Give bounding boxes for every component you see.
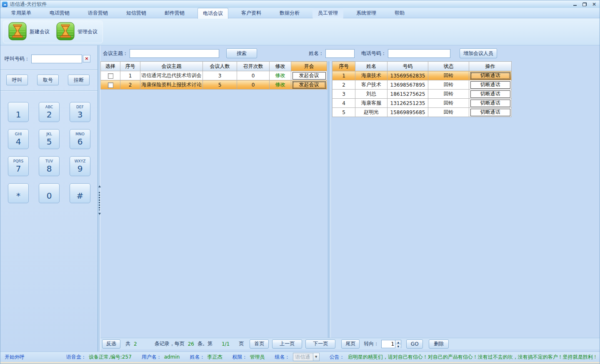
call-number-input[interactable] [31,55,82,63]
prev-page-button[interactable]: 上一页 [272,339,302,349]
username-value: admin [164,354,180,360]
member-name: 海康客服 [355,99,388,108]
meetings-table: 选择 序号 会议主题 会议人数 召开次数 修改 开会 1 语信通河北总代技术培训… [100,61,327,90]
menu-phone-marketing[interactable]: 电话营销 [44,8,75,18]
meeting-row-selected[interactable]: 2 海康保险资料上报技术讨论 5 0 修改 发起会议 [101,80,327,90]
close-button[interactable]: × [591,2,597,7]
modify-link[interactable]: 修改 [275,72,285,78]
member-row-selected[interactable]: 1 海康技术 13569562835 回铃 切断通话 [332,71,512,80]
menu-phone-conference[interactable]: 电话会议 [198,8,228,19]
spinner-up-icon[interactable]: ▲ [395,340,401,344]
member-phone: 18615275625 [388,90,428,99]
row-checkbox[interactable] [108,73,113,79]
per-page-count: 26 [188,341,194,347]
member-name: 海康技术 [355,71,388,80]
hangup-button[interactable]: 挂断 [68,75,90,85]
meeting-hourglass-icon [8,22,27,42]
clear-number-button[interactable]: × [83,55,90,62]
cut-call-button[interactable]: 切断通话 [470,109,510,116]
records-tail: 条。第 [198,340,212,347]
go-button[interactable]: GO [406,339,423,349]
modify-link[interactable]: 修改 [275,82,285,87]
start-meeting-button[interactable]: 发起会议 [292,72,326,80]
last-page-button[interactable]: 尾页 [341,339,360,349]
key-digit: 6 [78,137,83,146]
cut-call-button[interactable]: 切断通话 [470,72,510,80]
dial-keypad: 1 ABC2 DEF3 GHI4 JKL5 MNO6 PQRS7 TUV8 WX… [8,102,98,203]
realname-value: 李正杰 [207,354,222,361]
start-meeting-button[interactable]: 发起会议 [292,81,326,89]
page-label: 页 [239,340,244,347]
keypad-key-9[interactable]: WXYZ9 [70,156,90,176]
meeting-times: 0 [237,80,270,90]
row-checkbox[interactable] [108,82,113,88]
keypad-key-4[interactable]: GHI4 [8,129,29,149]
notice-text: 启明星的精英们，请对自己有信心！对自己的产品有信心！没有过不去的坎，没有搞不定的… [348,354,595,361]
member-name-input[interactable] [325,49,355,58]
add-member-button[interactable]: 增加会议人员 [460,48,497,58]
member-row[interactable]: 3 刘总 18615275625 回铃 切断通话 [332,90,512,99]
invert-select-button[interactable]: 反选 [102,339,120,349]
subject-input[interactable] [130,49,219,58]
role-value: 管理员 [250,354,265,361]
voicebox-label: 语音盒： [66,354,86,361]
group-value: 语信通 [293,353,312,361]
menu-employee-mgmt[interactable]: 员工管理 [312,8,343,18]
next-page-button[interactable]: 下一页 [305,339,335,349]
col-times: 召开次数 [237,62,270,71]
cut-call-button[interactable]: 切断通话 [470,81,510,89]
keypad-key-7[interactable]: PQRS7 [8,156,29,176]
keypad-key-hash[interactable]: # [70,183,90,203]
cut-call-button[interactable]: 切断通话 [470,100,510,107]
meeting-row[interactable]: 1 语信通河北总代技术培训会 3 0 修改 发起会议 [101,71,327,80]
first-page-button[interactable]: 首页 [250,339,269,349]
menu-common-menu[interactable]: 常用菜单 [6,8,37,18]
splitter-handle-icon [99,192,100,210]
call-button[interactable]: 呼叫 [6,75,28,85]
menu-voice-marketing[interactable]: 语音营销 [82,8,113,18]
restore-button[interactable] [582,2,588,7]
member-phone-input[interactable] [388,49,450,58]
member-row[interactable]: 5 赵明光 15869895685 回铃 切断通话 [332,108,512,117]
toolbar-group: 新建会议 管理会议 [3,20,103,43]
keypad-key-star[interactable]: * [8,183,29,203]
menu-email-marketing[interactable]: 邮件营销 [159,8,190,18]
keypad-key-5[interactable]: JKL5 [39,129,60,149]
menu-customer-data[interactable]: 客户资料 [236,8,267,18]
menu-system-mgmt[interactable]: 系统管理 [351,8,382,18]
panel-divider [328,61,331,338]
app-window: ☁ 语信通-天行软件 × 常用菜单 电话营销 语音营销 短信营销 邮件营销 电话… [0,0,600,364]
menu-help[interactable]: 帮助 [389,8,410,18]
member-phone: 15869895685 [388,108,428,117]
spinner-down-icon[interactable]: ▼ [395,344,401,348]
pickup-number-button[interactable]: 取号 [37,75,59,85]
window-title: 语信通-天行软件 [10,1,47,8]
meetings-header-row: 选择 序号 会议主题 会议人数 召开次数 修改 开会 [101,62,327,71]
keypad-key-6[interactable]: MNO6 [70,129,90,149]
new-meeting-button[interactable]: 新建会议 [8,22,50,42]
chevron-down-icon[interactable]: ▼ [313,353,319,361]
menu-sms-marketing[interactable]: 短信营销 [121,8,152,18]
member-status: 回铃 [428,108,469,117]
keypad-key-0[interactable]: 0 [39,183,60,203]
panel-splitter[interactable] [98,45,100,352]
member-row[interactable]: 2 客户技术 13698567895 回铃 切断通话 [332,80,512,90]
group-select[interactable]: 语信通 ▼ [293,353,319,361]
member-phone-label: 电话号码： [361,50,386,57]
goto-page-input[interactable] [382,340,395,348]
member-row[interactable]: 4 海康客服 13126251235 回铃 切断通话 [332,99,512,108]
keypad-key-2[interactable]: ABC2 [39,102,60,122]
cut-call-button[interactable]: 切断通话 [470,90,510,98]
app-logo-icon: ☁ [2,2,8,7]
keypad-key-8[interactable]: TUV8 [39,156,60,176]
minimize-button[interactable] [572,2,578,7]
keypad-key-1[interactable]: 1 [8,102,29,122]
col-member-action: 操作 [469,62,512,71]
search-button[interactable]: 搜索 [226,48,257,58]
delete-button[interactable]: 删除 [429,339,449,349]
member-seq: 3 [332,90,355,99]
manage-meeting-button[interactable]: 管理会议 [56,22,98,42]
col-member-phone: 号码 [388,62,428,71]
keypad-key-3[interactable]: DEF3 [70,102,90,122]
menu-data-analysis[interactable]: 数据分析 [274,8,305,18]
